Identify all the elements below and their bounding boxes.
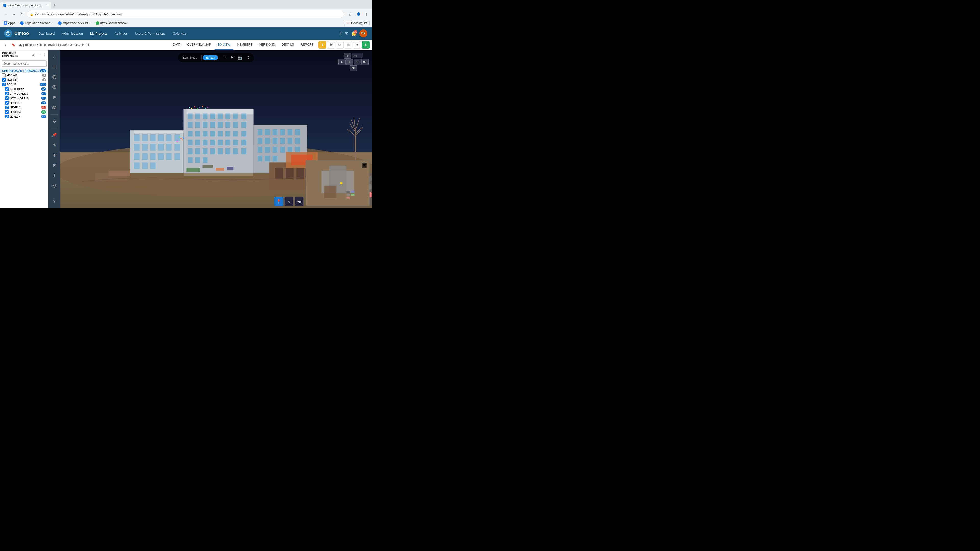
- sidebar-export-button[interactable]: ⤴: [50, 171, 59, 180]
- bookmark-star-button[interactable]: ☆: [347, 11, 353, 17]
- vb-vr-button[interactable]: VR: [294, 197, 304, 206]
- tree-check-2d-cad[interactable]: [2, 73, 6, 77]
- tree-check-exterior[interactable]: [5, 87, 9, 91]
- cube-left-label[interactable]: L: [339, 59, 345, 65]
- nav-bookmark-button[interactable]: 🔖: [10, 42, 16, 48]
- explorer-close-button[interactable]: ✕: [41, 52, 46, 57]
- tab-details[interactable]: DETAILS: [278, 40, 297, 50]
- sidebar-camera-button[interactable]: [50, 103, 59, 112]
- nav-activities[interactable]: Activities: [111, 27, 131, 40]
- scan-mode-button[interactable]: Scan Mode: [180, 55, 200, 60]
- profile-button[interactable]: 👤: [355, 11, 361, 17]
- bookmark-aec1[interactable]: https://aec.cintoo.c...: [19, 21, 54, 25]
- tree-item-level-1[interactable]: LEVEL 1 77: [0, 100, 48, 105]
- notifications-button[interactable]: 🔔 30: [351, 31, 356, 36]
- scan-flag-button[interactable]: ⚑: [228, 54, 235, 61]
- explorer-copy-button[interactable]: ⧉: [30, 52, 35, 57]
- sidebar-layers-button[interactable]: [50, 62, 59, 71]
- tree-check-level-1[interactable]: [5, 101, 9, 105]
- tree-check-scans[interactable]: [2, 83, 6, 86]
- sidebar-pencil-button[interactable]: ✎: [50, 140, 59, 149]
- sidebar-help-button[interactable]: ?: [50, 197, 59, 206]
- extensions-button[interactable]: ⋮: [363, 11, 369, 17]
- info-button[interactable]: ℹ: [340, 31, 342, 36]
- scan-camera-button[interactable]: 📷: [237, 54, 244, 61]
- layout-button[interactable]: ⊞: [345, 41, 352, 49]
- sidebar-home-button[interactable]: ⌂: [50, 52, 59, 61]
- tab-members[interactable]: MEMBERS: [234, 40, 256, 50]
- mini-map[interactable]: ⊞: [306, 160, 369, 206]
- upload-button[interactable]: ⬆: [318, 41, 326, 49]
- delete-button[interactable]: 🗑: [327, 41, 335, 49]
- bookmark-apps[interactable]: ⊞ Apps: [2, 21, 17, 25]
- messages-button[interactable]: ✉: [345, 31, 348, 36]
- tree-item-gym-level-1[interactable]: GYM LEVEL 1 61: [0, 91, 48, 96]
- tree-item-level-3[interactable]: LEVEL 3 80: [0, 110, 48, 114]
- tree-item-level-4[interactable]: LEVEL 4 69: [0, 114, 48, 119]
- sidebar-360-button[interactable]: [50, 181, 59, 190]
- tree-project-root[interactable]: CINTOO DAVID T HOWARD M... 171: [0, 69, 48, 73]
- sidebar-settings-button[interactable]: ⚙: [50, 117, 59, 126]
- scan-grid-button[interactable]: ⊞: [220, 54, 228, 61]
- tab-versions[interactable]: VERSIONS: [256, 40, 278, 50]
- bookmark-aec2[interactable]: https://aec.dev.cint...: [56, 21, 92, 25]
- close-tab-button[interactable]: ✕: [46, 4, 48, 7]
- mini-map-grid-button[interactable]: ⊞: [362, 163, 367, 168]
- user-avatar[interactable]: DP: [360, 29, 368, 38]
- share-button[interactable]: ⧉: [336, 41, 344, 49]
- tab-3d-view[interactable]: 3D VIEW: [215, 40, 233, 50]
- tree-check-gym-level-1[interactable]: [5, 92, 9, 95]
- cube-back-label[interactable]: BK: [361, 59, 369, 65]
- explorer-minimize-button[interactable]: —: [36, 52, 41, 57]
- cube-right-label[interactable]: R: [354, 59, 361, 65]
- mini-grid-icon[interactable]: ⊞: [362, 163, 367, 168]
- vb-location-button[interactable]: 📍: [274, 197, 283, 206]
- 3d-view-area[interactable]: Scan Mode 3D Nav ⊞ ⚑ 📷 ⤴ T L F R: [60, 50, 372, 208]
- tree-check-gym-level-2[interactable]: [5, 97, 9, 100]
- chevron-down-button[interactable]: ▾: [353, 41, 361, 49]
- active-tab[interactable]: https://aec.cintoo.com/projects/ ✕: [0, 2, 51, 9]
- nav-back-button[interactable]: ◂: [2, 42, 8, 48]
- address-bar[interactable]: 🔒 aec.cintoo.com/projects/bim/cHJvamVjdC…: [27, 11, 344, 18]
- tree-check-models[interactable]: [2, 78, 6, 82]
- tree-item-models[interactable]: MODELS 0: [0, 78, 48, 82]
- nav-calendar[interactable]: Calendar: [169, 27, 190, 40]
- nav-users-permissions[interactable]: Users & Permissions: [131, 27, 169, 40]
- sidebar-crop-button[interactable]: ⊡: [50, 161, 59, 170]
- download-button[interactable]: ⬇: [362, 41, 369, 49]
- tab-data[interactable]: DATA: [170, 40, 183, 50]
- explorer-search-input[interactable]: [2, 60, 47, 67]
- logo-area[interactable]: Cintoo: [4, 29, 29, 38]
- tab-overview-map[interactable]: OVERVIEW MAP: [184, 40, 214, 50]
- sidebar-globe-button[interactable]: [50, 73, 59, 82]
- reading-list-button[interactable]: 📖 Reading list: [344, 21, 369, 26]
- tree-item-exterior[interactable]: EXTERIOR 67: [0, 87, 48, 91]
- forward-button[interactable]: →: [10, 11, 18, 18]
- sidebar-flag-button[interactable]: ⚑: [50, 93, 59, 102]
- nav-administration[interactable]: Administration: [59, 27, 86, 40]
- back-button[interactable]: ←: [2, 11, 9, 18]
- cube-preset-input[interactable]: [352, 53, 363, 58]
- refresh-button[interactable]: ↻: [18, 11, 25, 18]
- vb-expand-button[interactable]: ⤡: [284, 197, 293, 206]
- sidebar-target-button[interactable]: [50, 83, 59, 92]
- tab-report[interactable]: REPORT: [298, 40, 317, 50]
- tree-check-level-4[interactable]: [5, 115, 9, 118]
- tree-check-level-3[interactable]: [5, 110, 9, 114]
- bookmark-cloud[interactable]: https://cloud.cintoo...: [94, 21, 130, 25]
- breadcrumb-my-projects[interactable]: My projects: [18, 43, 34, 47]
- tree-check-level-2[interactable]: [5, 106, 9, 109]
- cube-bottom-label[interactable]: BM: [350, 65, 357, 71]
- breadcrumb-project[interactable]: Cintoo David T Howard Middle School: [37, 43, 89, 47]
- tree-item-scans[interactable]: SCANS 471: [0, 82, 48, 87]
- tree-item-gym-level-2[interactable]: GYM LEVEL 2 21: [0, 96, 48, 100]
- sidebar-pin-button[interactable]: 📌: [50, 130, 59, 139]
- nav-dashboard[interactable]: Dashboard: [35, 27, 59, 40]
- nav-my-projects[interactable]: My Projects: [86, 27, 111, 40]
- sidebar-move-button[interactable]: ✛: [50, 151, 59, 160]
- tree-item-2d-cad[interactable]: 2D CAD 0: [0, 73, 48, 78]
- scan-share-button[interactable]: ⤴: [245, 54, 252, 61]
- 3d-nav-button[interactable]: 3D Nav: [202, 55, 218, 60]
- cube-top-label[interactable]: T: [344, 53, 351, 59]
- cube-front-label[interactable]: F: [346, 59, 353, 65]
